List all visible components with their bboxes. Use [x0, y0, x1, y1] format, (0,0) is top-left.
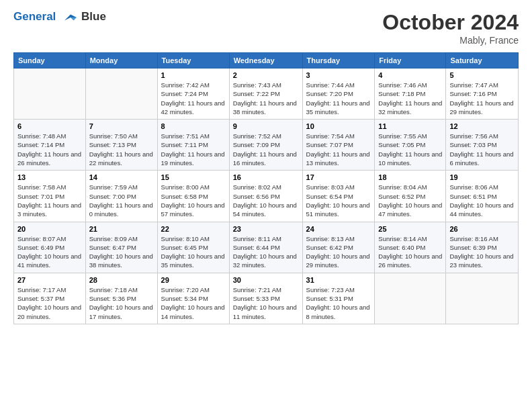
- day-number: 8: [161, 122, 226, 130]
- day-number: 14: [89, 173, 154, 181]
- logo-bird-icon: [61, 11, 80, 24]
- col-sunday: Sunday: [14, 53, 86, 68]
- day-number: 13: [17, 173, 82, 181]
- calendar-cell: 5Sunrise: 7:47 AM Sunset: 7:16 PM Daylig…: [446, 68, 519, 120]
- calendar-cell: 30Sunrise: 7:21 AM Sunset: 5:33 PM Dayli…: [229, 273, 302, 324]
- day-number: 30: [233, 276, 299, 284]
- day-info: Sunrise: 7:18 AM Sunset: 5:36 PM Dayligh…: [89, 285, 154, 321]
- calendar-cell: 14Sunrise: 7:59 AM Sunset: 7:00 PM Dayli…: [85, 171, 157, 222]
- day-number: 4: [378, 71, 442, 79]
- day-info: Sunrise: 7:48 AM Sunset: 7:14 PM Dayligh…: [17, 132, 82, 167]
- day-number: 9: [233, 122, 299, 130]
- day-number: 29: [161, 276, 226, 284]
- calendar-cell: 17Sunrise: 8:03 AM Sunset: 6:54 PM Dayli…: [302, 171, 375, 222]
- day-info: Sunrise: 8:13 AM Sunset: 6:42 PM Dayligh…: [306, 234, 371, 270]
- day-number: 2: [233, 71, 299, 79]
- calendar-header-row: Sunday Monday Tuesday Wednesday Thursday…: [14, 53, 519, 68]
- calendar-cell: [375, 273, 446, 324]
- title-block: October 2024 Mably, France: [382, 10, 519, 46]
- calendar-cell: 31Sunrise: 7:23 AM Sunset: 5:31 PM Dayli…: [302, 273, 375, 324]
- col-monday: Monday: [85, 53, 157, 68]
- day-number: 22: [161, 225, 226, 233]
- calendar-cell: [85, 68, 157, 120]
- calendar-cell: 19Sunrise: 8:06 AM Sunset: 6:51 PM Dayli…: [446, 171, 519, 222]
- calendar-week-row: 6Sunrise: 7:48 AM Sunset: 7:14 PM Daylig…: [14, 120, 519, 171]
- day-number: 7: [89, 122, 154, 130]
- calendar-week-row: 27Sunrise: 7:17 AM Sunset: 5:37 PM Dayli…: [14, 273, 519, 324]
- col-saturday: Saturday: [446, 53, 519, 68]
- day-number: 26: [449, 225, 515, 233]
- day-number: 1: [161, 71, 226, 79]
- calendar-cell: 1Sunrise: 7:42 AM Sunset: 7:24 PM Daylig…: [157, 68, 229, 120]
- day-info: Sunrise: 8:16 AM Sunset: 6:39 PM Dayligh…: [449, 234, 515, 270]
- day-info: Sunrise: 7:59 AM Sunset: 7:00 PM Dayligh…: [89, 183, 154, 218]
- calendar-cell: 22Sunrise: 8:10 AM Sunset: 6:45 PM Dayli…: [157, 222, 229, 273]
- day-number: 17: [306, 173, 371, 181]
- logo-text: General: [13, 10, 80, 24]
- calendar-cell: 6Sunrise: 7:48 AM Sunset: 7:14 PM Daylig…: [14, 120, 86, 171]
- calendar-cell: 26Sunrise: 8:16 AM Sunset: 6:39 PM Dayli…: [446, 222, 519, 273]
- calendar-cell: 9Sunrise: 7:52 AM Sunset: 7:09 PM Daylig…: [229, 120, 302, 171]
- day-info: Sunrise: 7:56 AM Sunset: 7:03 PM Dayligh…: [449, 132, 515, 167]
- day-info: Sunrise: 8:00 AM Sunset: 6:58 PM Dayligh…: [161, 183, 226, 218]
- day-number: 24: [306, 225, 371, 233]
- calendar-cell: 7Sunrise: 7:50 AM Sunset: 7:13 PM Daylig…: [85, 120, 157, 171]
- day-info: Sunrise: 8:10 AM Sunset: 6:45 PM Dayligh…: [161, 234, 226, 270]
- day-number: 25: [378, 225, 442, 233]
- day-info: Sunrise: 7:43 AM Sunset: 7:22 PM Dayligh…: [233, 81, 299, 116]
- day-info: Sunrise: 7:50 AM Sunset: 7:13 PM Dayligh…: [89, 132, 154, 167]
- calendar-week-row: 20Sunrise: 8:07 AM Sunset: 6:49 PM Dayli…: [14, 222, 519, 273]
- day-info: Sunrise: 8:02 AM Sunset: 6:56 PM Dayligh…: [233, 183, 299, 218]
- day-info: Sunrise: 8:14 AM Sunset: 6:40 PM Dayligh…: [378, 234, 442, 270]
- day-info: Sunrise: 7:55 AM Sunset: 7:05 PM Dayligh…: [378, 132, 442, 167]
- calendar-week-row: 13Sunrise: 7:58 AM Sunset: 7:01 PM Dayli…: [14, 171, 519, 222]
- logo: General Blue: [13, 10, 106, 24]
- day-info: Sunrise: 8:04 AM Sunset: 6:52 PM Dayligh…: [378, 183, 442, 218]
- day-info: Sunrise: 7:23 AM Sunset: 5:31 PM Dayligh…: [306, 285, 371, 321]
- day-info: Sunrise: 8:03 AM Sunset: 6:54 PM Dayligh…: [306, 183, 371, 218]
- month-title: October 2024: [382, 10, 519, 35]
- calendar-page: General Blue October 2024 Mably, France …: [0, 0, 532, 411]
- day-number: 20: [17, 225, 82, 233]
- calendar-cell: 4Sunrise: 7:46 AM Sunset: 7:18 PM Daylig…: [375, 68, 446, 120]
- calendar-cell: 2Sunrise: 7:43 AM Sunset: 7:22 PM Daylig…: [229, 68, 302, 120]
- day-info: Sunrise: 7:17 AM Sunset: 5:37 PM Dayligh…: [17, 285, 82, 321]
- day-info: Sunrise: 7:42 AM Sunset: 7:24 PM Dayligh…: [161, 81, 226, 116]
- day-number: 18: [378, 173, 442, 181]
- calendar-cell: [14, 68, 86, 120]
- day-number: 27: [17, 276, 82, 284]
- calendar-cell: 24Sunrise: 8:13 AM Sunset: 6:42 PM Dayli…: [302, 222, 375, 273]
- day-info: Sunrise: 7:21 AM Sunset: 5:33 PM Dayligh…: [233, 285, 299, 321]
- day-number: 16: [233, 173, 299, 181]
- col-tuesday: Tuesday: [157, 53, 229, 68]
- calendar-cell: 23Sunrise: 8:11 AM Sunset: 6:44 PM Dayli…: [229, 222, 302, 273]
- logo-general: General: [13, 10, 56, 23]
- col-thursday: Thursday: [302, 53, 375, 68]
- calendar-cell: 15Sunrise: 8:00 AM Sunset: 6:58 PM Dayli…: [157, 171, 229, 222]
- day-info: Sunrise: 7:51 AM Sunset: 7:11 PM Dayligh…: [161, 132, 226, 167]
- day-number: 19: [449, 173, 515, 181]
- day-number: 6: [17, 122, 82, 130]
- day-number: 3: [306, 71, 371, 79]
- calendar-cell: 18Sunrise: 8:04 AM Sunset: 6:52 PM Dayli…: [375, 171, 446, 222]
- location: Mably, France: [382, 35, 519, 46]
- calendar-cell: 27Sunrise: 7:17 AM Sunset: 5:37 PM Dayli…: [14, 273, 86, 324]
- calendar-cell: 10Sunrise: 7:54 AM Sunset: 7:07 PM Dayli…: [302, 120, 375, 171]
- calendar-cell: 8Sunrise: 7:51 AM Sunset: 7:11 PM Daylig…: [157, 120, 229, 171]
- day-info: Sunrise: 7:52 AM Sunset: 7:09 PM Dayligh…: [233, 132, 299, 167]
- calendar-cell: 21Sunrise: 8:09 AM Sunset: 6:47 PM Dayli…: [85, 222, 157, 273]
- calendar-cell: 13Sunrise: 7:58 AM Sunset: 7:01 PM Dayli…: [14, 171, 86, 222]
- col-wednesday: Wednesday: [229, 53, 302, 68]
- logo-blue: Blue: [81, 10, 106, 24]
- day-number: 10: [306, 122, 371, 130]
- day-number: 28: [89, 276, 154, 284]
- calendar-cell: 12Sunrise: 7:56 AM Sunset: 7:03 PM Dayli…: [446, 120, 519, 171]
- svg-marker-1: [71, 17, 77, 21]
- day-number: 21: [89, 225, 154, 233]
- calendar-cell: 25Sunrise: 8:14 AM Sunset: 6:40 PM Dayli…: [375, 222, 446, 273]
- calendar-cell: 11Sunrise: 7:55 AM Sunset: 7:05 PM Dayli…: [375, 120, 446, 171]
- day-number: 15: [161, 173, 226, 181]
- day-info: Sunrise: 7:44 AM Sunset: 7:20 PM Dayligh…: [306, 81, 371, 116]
- day-number: 11: [378, 122, 442, 130]
- col-friday: Friday: [375, 53, 446, 68]
